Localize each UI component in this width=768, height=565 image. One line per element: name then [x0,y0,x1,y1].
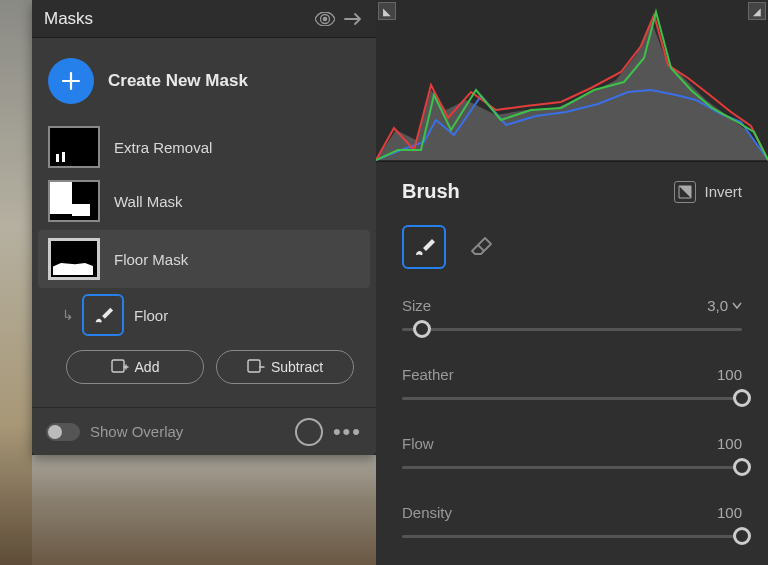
slider-track[interactable] [402,525,742,547]
mask-item-label: Wall Mask [114,193,183,210]
slider-density: Density 100 [402,504,742,547]
background-photo-left [0,0,32,565]
brush-tool-row [402,225,742,269]
background-photo-bottom [32,455,376,565]
slider-flow: Flow 100 [402,435,742,478]
slider-track[interactable] [402,387,742,409]
masks-panel: Masks Create New Mask Extra Removal [32,0,376,455]
add-button-label: Add [135,359,160,375]
mask-item-floor-mask[interactable]: Floor Mask [38,230,370,288]
plus-icon [60,70,82,92]
add-mask-icon [111,359,129,375]
svg-point-0 [323,16,328,21]
slider-value[interactable]: 100 [717,435,742,452]
brush-icon [412,235,436,259]
slider-label: Feather [402,366,454,383]
show-overlay-label: Show Overlay [90,423,285,440]
create-mask-row[interactable]: Create New Mask [44,50,364,120]
brush-tool-button[interactable] [402,225,446,269]
mask-subitem-floor[interactable]: ↳ Floor [44,290,364,340]
subtract-mask-icon [247,359,265,375]
invert-button[interactable]: Invert [674,181,742,203]
right-panel: ◣ ◢ Brush Invert [376,0,768,565]
histogram-clip-left-icon[interactable]: ◣ [378,2,396,20]
slider-track[interactable] [402,318,742,340]
slider-label: Size [402,297,431,314]
eraser-tool-button[interactable] [460,225,504,269]
mask-subitem-label: Floor [134,307,168,324]
slider-value[interactable]: 3,0 [707,297,728,314]
slider-value[interactable]: 100 [717,504,742,521]
mask-item-wall-mask[interactable]: Wall Mask [44,174,364,228]
slider-value[interactable]: 100 [717,366,742,383]
brush-header: Brush Invert [402,180,742,203]
create-mask-label: Create New Mask [108,71,248,91]
subtract-button-label: Subtract [271,359,323,375]
invert-icon [674,181,696,203]
mask-item-label: Floor Mask [114,251,188,268]
subitem-arrow-icon: ↳ [62,307,74,323]
svg-rect-1 [112,360,124,372]
histogram-clip-right-icon[interactable]: ◢ [748,2,766,20]
histogram[interactable]: ◣ ◢ [376,0,768,162]
chevron-down-icon[interactable] [732,302,742,310]
mask-thumb [48,238,100,280]
eraser-icon [470,235,494,259]
mask-item-label: Extra Removal [114,139,212,156]
slider-track[interactable] [402,456,742,478]
brush-title: Brush [402,180,674,203]
panel-title: Masks [44,9,308,29]
slider-feather: Feather 100 [402,366,742,409]
slider-label: Density [402,504,452,521]
invert-label: Invert [704,183,742,200]
slider-label: Flow [402,435,434,452]
subitem-brush-thumb [82,294,124,336]
add-button[interactable]: Add [66,350,204,384]
show-overlay-toggle[interactable] [46,423,80,441]
masks-footer: Show Overlay ••• [32,407,376,455]
create-mask-button[interactable] [48,58,94,104]
more-options-icon[interactable]: ••• [333,419,362,445]
arrow-right-icon[interactable] [342,8,364,30]
brush-icon [92,304,114,326]
mask-thumb [48,180,100,222]
mask-thumb [48,126,100,168]
eye-icon[interactable] [314,8,336,30]
slider-size: Size 3,0 [402,297,742,340]
mask-item-extra-removal[interactable]: Extra Removal [44,120,364,174]
subtract-button[interactable]: Subtract [216,350,354,384]
mask-add-subtract-row: Add Subtract [44,340,364,396]
mask-list: Create New Mask Extra Removal Wall Mask … [32,38,376,402]
masks-header: Masks [32,0,376,38]
brush-section: Brush Invert Size [376,162,768,565]
svg-rect-2 [248,360,260,372]
overlay-color-chip[interactable] [295,418,323,446]
